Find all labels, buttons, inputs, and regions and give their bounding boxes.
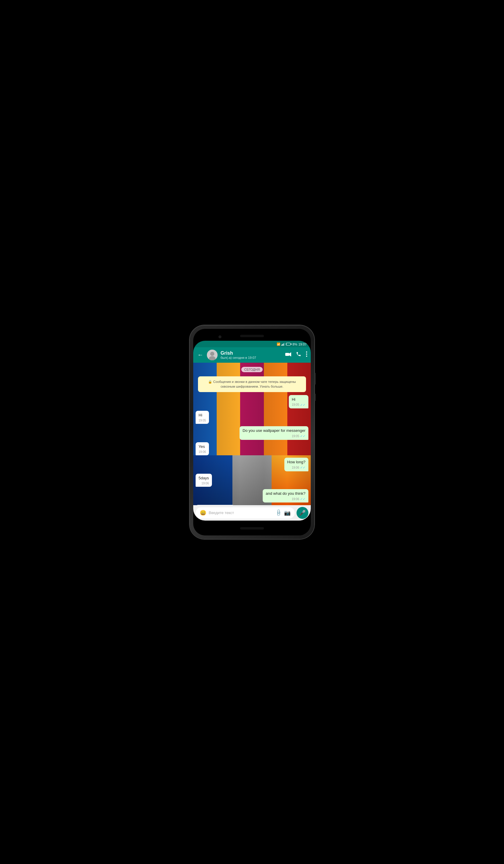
message-time: 19:05 (292, 403, 299, 407)
message-time: 19:06 (292, 497, 299, 501)
encryption-text: 🔒 Сообщения и звонки в данном чате тепер… (208, 380, 296, 388)
message-time: 19:06 (292, 466, 299, 470)
volume-button (314, 373, 315, 385)
more-options-button[interactable] (306, 351, 307, 358)
front-camera (218, 335, 221, 338)
read-checkmarks: ✓✓ (300, 465, 305, 470)
signal-bar-3 (283, 344, 284, 346)
app-screen: 📶 8% 19 (193, 341, 311, 520)
signal-bars (281, 343, 285, 346)
encryption-notice: 🔒 Сообщения и звонки в данном чате тепер… (198, 376, 306, 392)
message-text: How long? (287, 460, 305, 464)
message-bubble: Yes 19:06 (196, 442, 209, 455)
message-bubble: Hi 19:05 ✓✓ (289, 395, 308, 409)
bubble-footer: 19:06 (199, 481, 209, 485)
message-row: Hi 19:05 (196, 411, 308, 424)
battery-tip (291, 344, 291, 345)
svg-point-1 (210, 352, 214, 356)
status-time: 19:07 (298, 343, 307, 346)
signal-bar-2 (282, 344, 283, 346)
message-bubble: Hi 19:05 (196, 411, 209, 424)
message-text: Hi (292, 397, 295, 401)
signal-bar-1 (281, 345, 282, 346)
date-badge: СЕГОДНЯ (241, 367, 263, 372)
phone-call-button[interactable] (296, 351, 301, 358)
contact-status: был(-а) сегодня в 19:07 (220, 356, 282, 359)
power-button (314, 394, 315, 401)
message-time: 19:05 (199, 419, 206, 423)
back-button[interactable]: ← (197, 351, 204, 359)
bubble-footer: 19:05 (199, 419, 206, 423)
message-text: Yes (199, 444, 205, 449)
bubble-footer: 19:06 ✓✓ (266, 497, 305, 501)
message-row: Do you use wallpaper for messenger 19:05… (196, 426, 308, 440)
video-call-button[interactable] (285, 352, 291, 358)
message-bubble: Do you use wallpaper for messenger 19:05… (240, 426, 308, 440)
message-bubble: 5days 19:06 (196, 474, 212, 487)
date-divider: СЕГОДНЯ (196, 367, 308, 372)
mic-icon: 🎤 (299, 509, 306, 516)
message-text: 5days (199, 476, 209, 480)
contact-name: Grish (220, 350, 282, 356)
status-bar: 📶 8% 19 (193, 341, 311, 347)
message-text: Do you use wallpaper for messenger (242, 428, 305, 433)
bubble-footer: 19:06 (199, 450, 206, 454)
svg-marker-4 (289, 352, 291, 357)
app-bar-actions (285, 351, 307, 358)
emoji-button[interactable]: 😀 (200, 509, 206, 516)
speaker-bottom (240, 527, 264, 529)
svg-rect-3 (285, 353, 289, 356)
mic-button[interactable]: 🎤 (297, 507, 308, 519)
wifi-icon: 📶 (277, 343, 280, 346)
app-bar: ← Grish был(-а) сегодня в 19:07 (193, 347, 311, 363)
phone-bottom-area (193, 520, 311, 536)
message-row: How long? 19:06 ✓✓ (196, 458, 308, 471)
battery-icon (286, 343, 291, 346)
bubble-footer: 19:05 ✓✓ (242, 434, 305, 439)
camera-button[interactable]: 📷 (284, 509, 291, 516)
input-placeholder: Введите текст (209, 511, 273, 515)
input-field[interactable]: 😀 Введите текст 📎 📷 (196, 507, 295, 518)
battery-body (286, 343, 291, 346)
speaker-top (240, 335, 264, 337)
phone-device: 📶 8% 19 (190, 325, 314, 539)
bubble-footer: 19:06 ✓✓ (287, 465, 305, 470)
message-time: 19:05 (292, 434, 299, 439)
battery-percent: 8% (293, 343, 297, 346)
avatar (207, 350, 218, 360)
message-time: 19:06 (199, 450, 206, 454)
chat-area: СЕГОДНЯ 🔒 Сообщения и звонки в данном ча… (193, 363, 311, 505)
bubble-footer: 19:05 ✓✓ (292, 403, 305, 407)
read-checkmarks: ✓✓ (300, 403, 305, 407)
status-icons: 📶 8% 19 (277, 343, 307, 346)
message-row: and what do you think? 19:06 ✓✓ (196, 489, 308, 503)
read-checkmarks: ✓✓ (300, 497, 305, 501)
contact-info: Grish был(-а) сегодня в 19:07 (220, 350, 282, 359)
attach-button[interactable]: 📎 (275, 509, 283, 517)
svg-point-6 (306, 353, 307, 355)
input-bar: 😀 Введите текст 📎 📷 🎤 (193, 505, 311, 520)
phone-screen: 📶 8% 19 (193, 329, 311, 536)
message-row: 5days 19:06 (196, 474, 308, 487)
svg-point-7 (306, 356, 307, 357)
message-row: Yes 19:06 (196, 442, 308, 455)
message-row: Hi 19:05 ✓✓ (196, 395, 308, 409)
avatar-svg (207, 350, 218, 360)
battery-fill (286, 344, 287, 345)
chat-messages: СЕГОДНЯ 🔒 Сообщения и звонки в данном ча… (193, 363, 311, 505)
message-text: Hi (199, 413, 202, 417)
message-bubble: and what do you think? 19:06 ✓✓ (263, 489, 308, 503)
signal-bar-4 (284, 343, 285, 346)
message-text: and what do you think? (266, 491, 305, 496)
message-bubble: How long? 19:06 ✓✓ (284, 458, 308, 471)
read-checkmarks: ✓✓ (300, 434, 305, 439)
svg-point-5 (306, 351, 307, 352)
message-time: 19:06 (202, 481, 209, 485)
